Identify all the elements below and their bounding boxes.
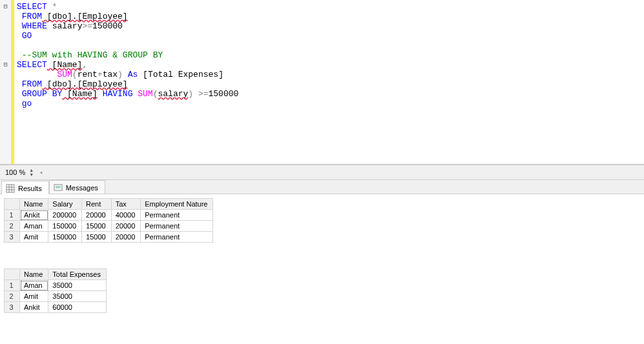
chevron-up-icon[interactable]: ▲ bbox=[29, 168, 34, 172]
zoom-value: 100 % bbox=[5, 168, 25, 176]
grid-corner bbox=[5, 269, 20, 280]
messages-icon bbox=[54, 183, 63, 192]
col-header[interactable]: Total Expenses bbox=[48, 269, 107, 280]
cell[interactable]: 35000 bbox=[48, 291, 107, 302]
table-row[interactable]: 3 Ankit 60000 bbox=[5, 302, 107, 313]
results-grid-2[interactable]: Name Total Expenses 1 Aman 35000 2 Amit … bbox=[4, 268, 107, 313]
cell[interactable]: 60000 bbox=[48, 302, 107, 313]
tab-messages-label: Messages bbox=[66, 184, 98, 192]
row-number: 3 bbox=[5, 302, 20, 313]
cell[interactable]: Aman bbox=[20, 221, 48, 232]
grid-icon bbox=[6, 184, 15, 193]
editor-gutter: ⊟ ⊟ bbox=[0, 0, 12, 164]
cell[interactable]: Amit bbox=[20, 291, 48, 302]
sql-editor[interactable]: ⊟ ⊟ SELECT * FROM [dbo].[Employee] WHERE… bbox=[0, 0, 644, 165]
row-number: 1 bbox=[5, 280, 20, 291]
table-row[interactable]: 2 Aman 150000 15000 20000 Permanent bbox=[5, 221, 213, 232]
cell[interactable]: 20000 bbox=[82, 210, 112, 221]
col-header[interactable]: Tax bbox=[111, 199, 141, 210]
results-tabs: Results Messages bbox=[0, 180, 644, 194]
cell[interactable]: Permanent bbox=[141, 232, 213, 243]
col-header[interactable]: Employment Nature bbox=[141, 199, 213, 210]
table-row[interactable]: 1 Aman 35000 bbox=[5, 280, 107, 291]
tab-results[interactable]: Results bbox=[1, 181, 49, 194]
cell[interactable]: 150000 bbox=[48, 221, 82, 232]
col-header[interactable]: Name bbox=[20, 269, 48, 280]
results-panel: Name Salary Rent Tax Employment Nature 1… bbox=[0, 194, 644, 313]
col-header[interactable]: Rent bbox=[82, 199, 112, 210]
cell[interactable]: 15000 bbox=[82, 232, 112, 243]
cell[interactable]: 15000 bbox=[82, 221, 112, 232]
col-header[interactable]: Name bbox=[20, 199, 48, 210]
cell[interactable]: 200000 bbox=[48, 210, 82, 221]
zoom-bar: 100 % ▲ ▼ • bbox=[0, 165, 644, 180]
tab-messages[interactable]: Messages bbox=[49, 180, 105, 194]
row-number: 3 bbox=[5, 232, 20, 243]
results-grid-1[interactable]: Name Salary Rent Tax Employment Nature 1… bbox=[4, 198, 213, 243]
fold-minus-icon[interactable]: ⊟ bbox=[0, 60, 11, 70]
tab-results-label: Results bbox=[18, 185, 42, 192]
cell[interactable]: Aman bbox=[20, 280, 48, 291]
cell[interactable]: 20000 bbox=[111, 221, 141, 232]
table-row[interactable]: 1 Ankit 200000 20000 40000 Permanent bbox=[5, 210, 213, 221]
fold-minus-icon[interactable]: ⊟ bbox=[0, 2, 11, 12]
cell[interactable]: Amit bbox=[20, 232, 48, 243]
row-number: 2 bbox=[5, 221, 20, 232]
cell[interactable]: Permanent bbox=[141, 210, 213, 221]
svg-rect-0 bbox=[6, 185, 14, 192]
grid-corner bbox=[5, 199, 20, 210]
cell[interactable]: Permanent bbox=[141, 221, 213, 232]
cell[interactable]: Ankit bbox=[20, 210, 48, 221]
chevron-down-icon[interactable]: ▼ bbox=[29, 172, 34, 177]
separator-bullet: • bbox=[40, 168, 43, 176]
code-text[interactable]: SELECT * FROM [dbo].[Employee] WHERE sal… bbox=[14, 0, 644, 164]
cell[interactable]: 20000 bbox=[111, 232, 141, 243]
cell[interactable]: 150000 bbox=[48, 232, 82, 243]
table-row[interactable]: 2 Amit 35000 bbox=[5, 291, 107, 302]
table-row[interactable]: 3 Amit 150000 15000 20000 Permanent bbox=[5, 232, 213, 243]
row-number: 2 bbox=[5, 291, 20, 302]
zoom-spinner[interactable]: ▲ ▼ bbox=[29, 168, 34, 177]
cell[interactable]: 35000 bbox=[48, 280, 107, 291]
cell[interactable]: 40000 bbox=[111, 210, 141, 221]
col-header[interactable]: Salary bbox=[48, 199, 82, 210]
cell[interactable]: Ankit bbox=[20, 302, 48, 313]
row-number: 1 bbox=[5, 210, 20, 221]
